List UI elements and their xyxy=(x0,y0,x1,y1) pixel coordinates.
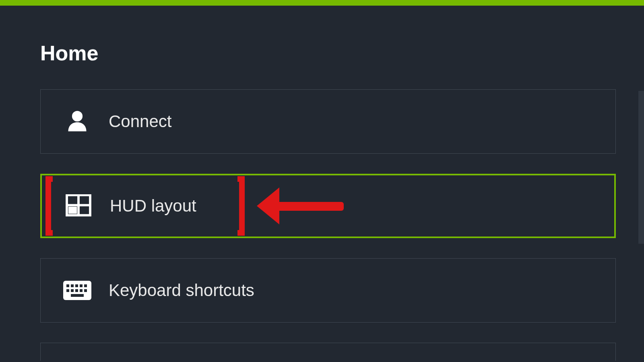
annotation-bracket-left xyxy=(45,176,53,236)
menu-item-connect[interactable]: Connect xyxy=(40,89,616,154)
home-panel: Home Connect HUD layout xyxy=(0,6,644,361)
menu-item-label: Keyboard shortcuts xyxy=(109,281,254,300)
svg-rect-14 xyxy=(80,289,83,292)
scrollbar[interactable] xyxy=(638,91,644,244)
menu-item-keyboard-shortcuts[interactable]: Keyboard shortcuts xyxy=(40,258,616,323)
top-accent-bar xyxy=(0,0,644,6)
svg-point-0 xyxy=(72,111,83,121)
svg-rect-12 xyxy=(71,289,74,292)
user-icon xyxy=(63,107,92,136)
menu-item-next[interactable] xyxy=(40,343,616,361)
menu-item-label: Connect xyxy=(109,112,171,131)
svg-rect-7 xyxy=(71,284,74,287)
svg-rect-10 xyxy=(84,284,87,287)
menu-item-label: HUD layout xyxy=(110,196,196,216)
keyboard-icon xyxy=(63,276,92,305)
page-title: Home xyxy=(40,41,604,65)
grid-icon xyxy=(64,191,93,220)
svg-rect-8 xyxy=(75,284,78,287)
svg-rect-9 xyxy=(80,284,83,287)
svg-rect-4 xyxy=(68,207,77,214)
svg-rect-6 xyxy=(66,284,69,287)
annotation-bracket-right xyxy=(237,176,245,236)
svg-rect-16 xyxy=(71,294,84,297)
svg-rect-11 xyxy=(66,289,69,292)
svg-rect-13 xyxy=(75,289,78,292)
svg-rect-15 xyxy=(84,289,87,292)
annotation-arrow xyxy=(257,187,344,224)
menu-item-hud-layout[interactable]: HUD layout xyxy=(40,174,616,238)
